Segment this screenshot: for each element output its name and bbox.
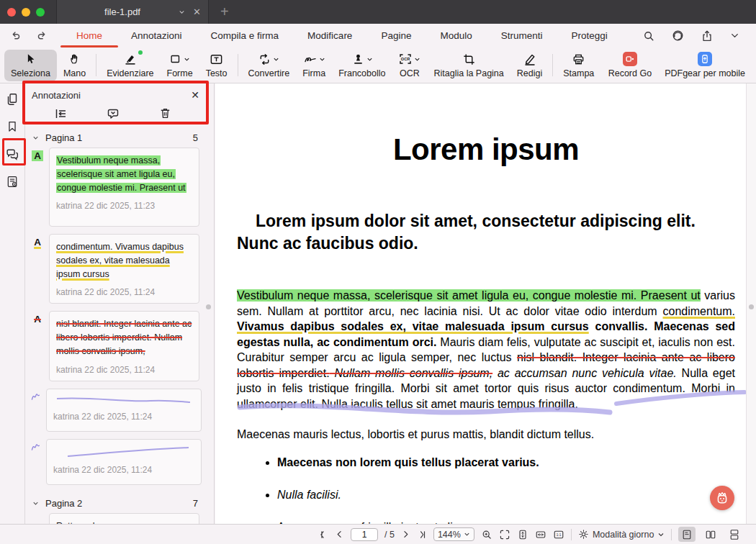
pdfgear-mobile-button[interactable]: PDFgear per mobile <box>658 50 752 81</box>
document-view[interactable]: Lorem ipsum Lorem ipsum dolor sit amet, … <box>215 83 746 524</box>
tab-modificare[interactable]: Modificare <box>300 24 359 47</box>
bookmarks-icon[interactable] <box>4 118 21 135</box>
tab-compila-e-firma[interactable]: Compila e firma <box>204 24 287 47</box>
text-box-icon <box>210 53 223 66</box>
chevron-down-icon <box>32 499 40 507</box>
section-page-1[interactable]: Pagina 1 5 <box>26 127 214 148</box>
annotations-panel: Annotazioni ✕ Pagina 1 5 A Vestibulum ne… <box>26 83 214 524</box>
shapes-tool-button[interactable]: Forme <box>161 50 199 81</box>
fullscreen-window-button[interactable] <box>36 8 45 17</box>
collapse-toolbar-chevron-icon[interactable] <box>729 30 740 41</box>
collapse-annotations-icon[interactable] <box>53 106 68 121</box>
statusbar: / 5 144% 1:1 Modalità giorno <box>0 524 756 544</box>
ink-badge-icon <box>30 391 42 403</box>
redo-icon[interactable] <box>35 30 48 42</box>
robot-icon <box>715 491 729 505</box>
continuous-scroll-view-button[interactable] <box>726 527 743 542</box>
annotation-list-item[interactable]: A condimentum. Vivamus dapibus sodales e… <box>26 234 214 311</box>
crop-page-button[interactable]: Ritaglia la Pagina <box>427 50 510 81</box>
panel-close-icon[interactable]: ✕ <box>191 89 199 101</box>
titlebar: file-1.pdf ✕ + <box>0 0 756 24</box>
stamp-tool-button[interactable]: Francobollo <box>332 50 392 81</box>
fit-height-icon[interactable] <box>517 529 528 540</box>
next-page-icon[interactable] <box>401 530 410 539</box>
section-count: 7 <box>193 498 198 509</box>
comments-filter-icon[interactable] <box>106 106 120 121</box>
undo-icon[interactable] <box>10 30 22 42</box>
actual-size-icon[interactable]: 1:1 <box>553 529 564 540</box>
document-tab[interactable]: file-1.pdf ✕ <box>56 0 209 24</box>
digital-signatures-panel-icon[interactable] <box>4 173 21 190</box>
single-page-view-button[interactable] <box>678 527 696 542</box>
tab-strumenti[interactable]: Strumenti <box>494 24 550 47</box>
annotation-list-item[interactable]: katrina 22 dic 2025, 11:24 <box>26 389 214 439</box>
sign-tool-button[interactable]: Firma <box>296 50 332 81</box>
share-icon[interactable] <box>701 30 714 42</box>
underlined-text: Vivamus dapibus sodales ex, vitae malesu… <box>237 320 589 332</box>
pdfgear-window: file-1.pdf ✕ + Home Annotazioni Compila … <box>0 0 756 544</box>
note-text: Vestibulum neque massa, scelerisque sit … <box>56 155 186 193</box>
annotation-list-item[interactable]: Rettangolo <box>26 513 214 525</box>
fit-width-icon[interactable] <box>535 529 546 540</box>
tab-close-icon[interactable]: ✕ <box>193 6 201 17</box>
convert-tool-button[interactable]: Convertire <box>242 50 297 81</box>
close-window-button[interactable] <box>7 8 16 17</box>
page-number-input[interactable] <box>351 528 378 541</box>
crop-icon <box>462 53 476 66</box>
window-controls <box>0 8 53 17</box>
menubar: Home Annotazioni Compila e firma Modific… <box>0 24 756 47</box>
new-tab-button[interactable]: + <box>220 4 229 20</box>
tab-annotazioni[interactable]: Annotazioni <box>124 24 189 47</box>
tab-title: file-1.pdf <box>67 6 178 17</box>
annotation-list-item[interactable]: A nisl blandit. Integer lacinia ante ac … <box>26 311 214 388</box>
minimize-window-button[interactable] <box>22 8 30 17</box>
ocr-tool-button[interactable]: OCR OCR <box>392 50 427 81</box>
first-page-icon[interactable] <box>318 530 328 540</box>
shape-square-icon <box>169 53 182 65</box>
hand-icon <box>68 53 81 65</box>
highlight-tool-button[interactable]: Evidenziare <box>100 50 160 81</box>
sidebar-scrollbar-thumb[interactable] <box>206 304 211 309</box>
two-page-view-button[interactable] <box>702 527 719 542</box>
tab-pagine[interactable]: Pagine <box>374 24 418 47</box>
support-headset-icon[interactable] <box>671 29 685 42</box>
print-button[interactable]: Stampa <box>557 50 600 81</box>
zoom-value: 144% <box>438 530 461 540</box>
note-text: nisl blandit. Integer lacinia ante ac li… <box>56 319 192 356</box>
redact-tool-button[interactable]: Redigi <box>510 50 549 81</box>
assistant-robot-button[interactable] <box>710 486 734 510</box>
search-icon[interactable] <box>642 30 655 42</box>
section-count: 5 <box>193 132 198 143</box>
previous-page-icon[interactable] <box>335 530 344 539</box>
annotation-list-item[interactable]: A Vestibulum neque massa, scelerisque si… <box>26 148 214 234</box>
document-scrollbar-thumb[interactable] <box>749 304 754 309</box>
doc-heading: Lorem ipsum dolor sit amet, consectetur … <box>237 210 726 255</box>
day-mode-selector[interactable]: Modalità giorno <box>578 529 665 540</box>
annotation-list-item[interactable]: katrina 22 dic 2025, 11:24 <box>26 439 214 492</box>
record-go-button[interactable]: Record Go <box>602 50 658 81</box>
struck-text: Nullam mollis convallis ipsum, <box>330 367 492 379</box>
page-thumbnails-icon[interactable] <box>4 91 21 108</box>
tab-home[interactable]: Home <box>69 24 109 47</box>
zoom-select[interactable]: 144% <box>433 527 474 541</box>
ink-preview <box>53 395 194 405</box>
text-tool-button[interactable]: Testo <box>199 50 234 81</box>
delete-annotations-icon[interactable] <box>158 106 172 121</box>
select-tool-button[interactable]: Seleziona <box>4 50 57 81</box>
zoom-in-icon[interactable] <box>481 529 492 540</box>
tab-chevron-down-icon[interactable] <box>178 8 186 16</box>
chevron-down-icon <box>273 56 279 63</box>
cursor-icon <box>24 53 37 65</box>
section-page-2[interactable]: Pagina 2 7 <box>26 492 214 513</box>
hand-tool-button[interactable]: Mano <box>57 50 92 81</box>
annotations-panel-icon[interactable] <box>4 145 21 163</box>
panel-title: Annotazioni <box>32 90 191 101</box>
chevron-down-icon <box>32 134 40 142</box>
ocr-icon: OCR <box>398 52 413 66</box>
fit-page-icon[interactable] <box>499 529 510 540</box>
tab-modulo[interactable]: Modulo <box>433 24 479 47</box>
tab-proteggi[interactable]: Proteggi <box>564 24 615 47</box>
last-page-icon[interactable] <box>417 530 427 540</box>
document-scrollbar[interactable] <box>746 83 756 524</box>
chevron-down-icon <box>657 531 665 538</box>
